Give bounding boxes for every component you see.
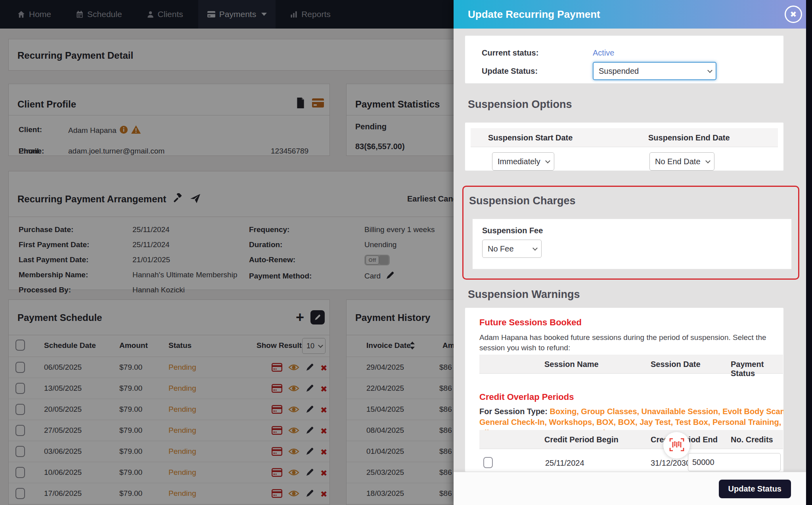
current-status-label: Current status:	[482, 48, 538, 58]
credit-row-checkbox[interactable]	[483, 457, 493, 468]
future-sessions-table: Session Name Session Date Payment Status	[479, 355, 783, 374]
future-sessions-heading: Future Sessions Booked	[479, 317, 582, 328]
app-root: Home Schedule Clients Payments Reports R…	[0, 0, 812, 505]
suspension-warnings-heading: Suspension Warnings	[468, 288, 580, 301]
update-recurring-payment-modal: Update Recurring Payment ✖ Current statu…	[454, 0, 806, 505]
barcode-badge	[663, 432, 690, 459]
suspension-fee-card: Suspension Fee No Fee	[472, 219, 792, 269]
col-no-credits: No. Credits	[731, 435, 773, 444]
credit-overlap-table: Credit Period Begin Credit Period End No…	[479, 430, 783, 472]
suspension-end-date-label: Suspension End Date	[648, 133, 730, 142]
suspension-start-date-label: Suspension Start Date	[488, 133, 573, 142]
col-credit-period-begin: Credit Period Begin	[544, 435, 619, 444]
col-session-date: Session Date	[651, 360, 701, 369]
suspension-start-select[interactable]: Immediately	[492, 152, 554, 171]
modal-title: Update Recurring Payment	[468, 8, 600, 21]
update-status-label: Update Status:	[482, 67, 538, 76]
credit-period-begin-cell: 25/11/2024	[545, 459, 584, 468]
modal-footer: Update Status	[454, 472, 806, 505]
suspension-options-card: Suspension Start Date Suspension End Dat…	[465, 122, 784, 171]
update-status-button[interactable]: Update Status	[719, 480, 791, 498]
credit-overlap-heading: Credit Overlap Periods	[479, 392, 574, 402]
suspension-warnings-card: Future Sessions Booked Adam Hapana has b…	[465, 307, 784, 472]
credits-input[interactable]	[688, 453, 781, 471]
future-sessions-description: Adam Hapana has booked future sessions d…	[479, 332, 784, 353]
suspension-charges-heading: Suspension Charges	[469, 195, 576, 207]
current-status-value: Active	[593, 48, 614, 58]
credit-period-end-cell: 31/12/2030	[651, 459, 690, 468]
for-session-type-label: For Session Type:	[479, 407, 548, 416]
credit-overlap-row: 25/11/2024 31/12/2030	[479, 449, 783, 472]
update-status-select[interactable]: Suspended	[593, 62, 716, 80]
suspension-fee-label: Suspension Fee	[482, 226, 543, 235]
suspension-end-select[interactable]: No End Date	[649, 152, 714, 171]
status-card: Current status: Active Update Status: Su…	[465, 35, 784, 84]
col-payment-status: Payment Status	[731, 360, 783, 378]
suspension-fee-select[interactable]: No Fee	[482, 240, 542, 258]
suspension-charges-section: Suspension Charges Suspension Fee No Fee	[462, 186, 799, 280]
close-icon[interactable]: ✖	[785, 6, 802, 23]
page-edge-strip	[806, 0, 812, 505]
modal-header: Update Recurring Payment ✖	[454, 0, 806, 29]
suspension-options-heading: Suspension Options	[468, 98, 572, 111]
barcode-icon	[669, 438, 684, 453]
col-session-name: Session Name	[544, 360, 599, 369]
